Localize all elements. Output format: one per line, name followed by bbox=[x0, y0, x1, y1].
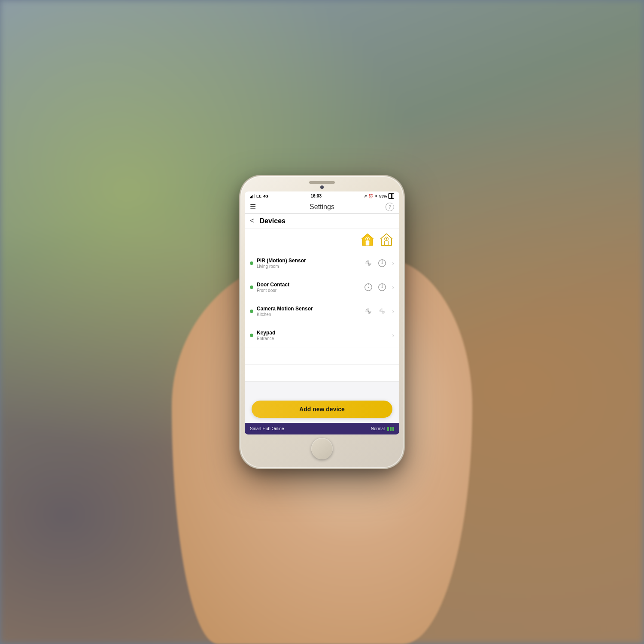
hub-text: Smart Hub Online bbox=[250, 426, 284, 431]
phone-speaker bbox=[309, 181, 335, 184]
svg-point-7 bbox=[386, 238, 387, 240]
device-icons-pir: › bbox=[363, 258, 394, 269]
back-button[interactable]: < bbox=[250, 216, 255, 225]
hub-footer: Smart Hub Online Normal bbox=[245, 423, 399, 434]
empty-row-2 bbox=[245, 365, 399, 382]
device-icons-door: › bbox=[363, 282, 394, 293]
hub-status-text: Normal bbox=[371, 426, 385, 431]
device-info-camera: Camera Motion Sensor Kitchen bbox=[257, 306, 363, 317]
scene: EE 4G 16:03 ↗ ⏰ ✦ 53% ▐ ☰ Settings bbox=[0, 0, 644, 644]
chevron-keypad: › bbox=[392, 332, 394, 339]
status-dot-camera bbox=[250, 310, 253, 313]
hub-status: Normal bbox=[371, 426, 394, 431]
status-dot-keypad bbox=[250, 334, 253, 337]
device-location-camera: Kitchen bbox=[257, 312, 363, 317]
clock-dial-icon-pir bbox=[377, 258, 388, 269]
status-left: EE 4G bbox=[250, 194, 268, 198]
help-button[interactable]: ? bbox=[386, 203, 394, 211]
device-name-camera: Camera Motion Sensor bbox=[257, 306, 363, 312]
battery-icon: ▐ bbox=[388, 193, 394, 199]
svg-point-21 bbox=[381, 310, 383, 312]
home-button[interactable] bbox=[311, 438, 333, 459]
device-info-door: Door Contact Front door bbox=[257, 282, 363, 293]
active-home-icon[interactable] bbox=[360, 232, 375, 247]
empty-row-1 bbox=[245, 347, 399, 365]
svg-point-20 bbox=[368, 310, 369, 312]
battery-label: 53% bbox=[379, 194, 387, 198]
chevron-camera: › bbox=[392, 308, 394, 315]
add-new-device-button[interactable]: Add new device bbox=[252, 401, 392, 418]
device-location-pir: Living room bbox=[257, 264, 363, 269]
device-icons-camera: › bbox=[363, 306, 394, 317]
chevron-door: › bbox=[392, 284, 394, 291]
list-spacer bbox=[245, 382, 399, 395]
clock-dial-icon-door bbox=[377, 282, 388, 293]
device-location-door: Front door bbox=[257, 288, 363, 293]
device-name-keypad: Keypad bbox=[257, 330, 390, 336]
chevron-pir: › bbox=[392, 260, 394, 267]
svg-point-15 bbox=[368, 286, 369, 288]
phone-wrapper: EE 4G 16:03 ↗ ⏰ ✦ 53% ▐ ☰ Settings bbox=[240, 176, 404, 468]
screen: EE 4G 16:03 ↗ ⏰ ✦ 53% ▐ ☰ Settings bbox=[245, 191, 399, 434]
phone: EE 4G 16:03 ↗ ⏰ ✦ 53% ▐ ☰ Settings bbox=[240, 176, 404, 468]
svg-rect-5 bbox=[385, 241, 389, 245]
device-row-pir[interactable]: PIR (Motion) Sensor Living room bbox=[245, 251, 399, 275]
signal-bars-icon bbox=[250, 194, 255, 198]
hamburger-icon[interactable]: ☰ bbox=[250, 204, 256, 210]
nav-title: Settings bbox=[310, 203, 334, 211]
door-dial-icon bbox=[363, 282, 374, 293]
hub-bar-2 bbox=[390, 427, 392, 431]
phone-camera bbox=[320, 185, 324, 189]
inactive-home-icon[interactable] bbox=[379, 232, 394, 247]
device-row-door[interactable]: Door Contact Front door bbox=[245, 275, 399, 299]
nav-bar: ☰ Settings ? bbox=[245, 200, 399, 214]
motion-wave-icon-camera1 bbox=[363, 306, 374, 317]
device-row-keypad[interactable]: Keypad Entrance › bbox=[245, 323, 399, 347]
status-bar: EE 4G 16:03 ↗ ⏰ ✦ 53% ▐ bbox=[245, 191, 399, 200]
device-info-keypad: Keypad Entrance bbox=[257, 330, 390, 341]
status-time: 16:03 bbox=[310, 194, 322, 198]
device-list: PIR (Motion) Sensor Living room bbox=[245, 251, 399, 395]
device-name-door: Door Contact bbox=[257, 282, 363, 288]
svg-rect-1 bbox=[366, 241, 370, 245]
motion-wave-icon-camera2 bbox=[377, 306, 388, 317]
hub-bar-3 bbox=[392, 427, 394, 431]
hub-bar-1 bbox=[387, 427, 389, 431]
alarm-icon: ⏰ bbox=[368, 194, 373, 198]
svg-point-3 bbox=[367, 238, 368, 240]
device-row-camera[interactable]: Camera Motion Sensor Kitchen bbox=[245, 299, 399, 323]
device-info-pir: PIR (Motion) Sensor Living room bbox=[257, 258, 363, 269]
device-name-pir: PIR (Motion) Sensor bbox=[257, 258, 363, 264]
svg-point-11 bbox=[382, 262, 383, 264]
hub-battery-bars bbox=[387, 427, 394, 431]
svg-point-8 bbox=[368, 262, 369, 264]
page-title: Devices bbox=[260, 217, 286, 225]
carrier-label: EE bbox=[256, 194, 261, 198]
location-icon: ↗ bbox=[364, 194, 367, 198]
status-dot-pir bbox=[250, 261, 253, 265]
add-button-area: Add new device bbox=[245, 395, 399, 423]
device-icons-keypad: › bbox=[390, 332, 394, 339]
sub-nav: < Devices bbox=[245, 214, 399, 228]
device-location-keypad: Entrance bbox=[257, 336, 390, 341]
status-right: ↗ ⏰ ✦ 53% ▐ bbox=[364, 193, 394, 199]
bluetooth-icon: ✦ bbox=[374, 194, 378, 198]
network-label: 4G bbox=[263, 194, 268, 198]
motion-wave-icon bbox=[363, 258, 374, 269]
svg-point-18 bbox=[382, 286, 383, 288]
icon-header bbox=[245, 228, 399, 251]
status-dot-door bbox=[250, 286, 253, 289]
